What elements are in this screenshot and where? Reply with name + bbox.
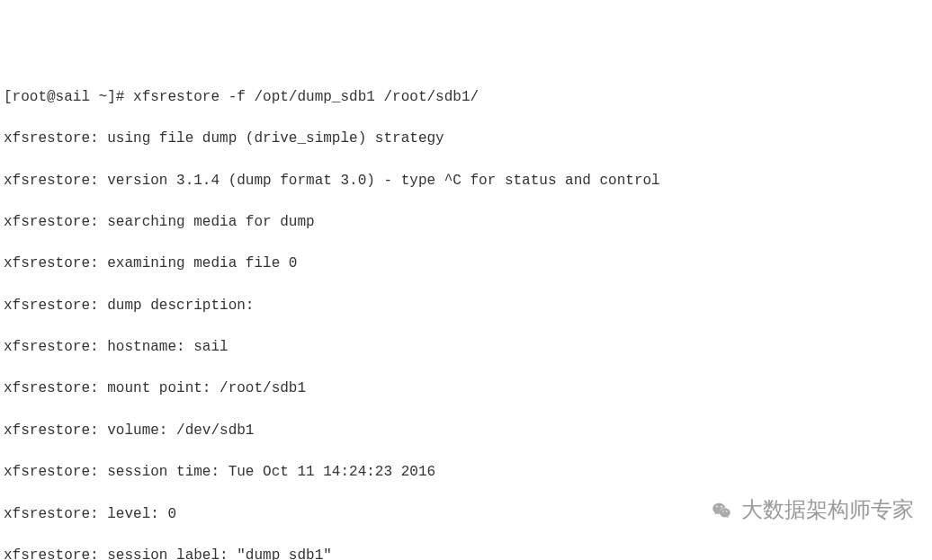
output-line: xfsrestore: version 3.1.4 (dump format 3… [4,171,928,191]
output-line: xfsrestore: searching media for dump [4,212,928,233]
output-line: xfsrestore: examining media file 0 [4,253,928,274]
output-line: xfsrestore: session label: "dump_sdb1" [4,546,928,560]
output-line: xfsrestore: hostname: sail [4,337,928,358]
output-line: xfsrestore: using file dump (drive_simpl… [4,129,928,149]
watermark-text: 大数据架构师专家 [741,494,914,526]
output-line: xfsrestore: volume: /dev/sdb1 [4,421,928,441]
wechat-icon [711,500,732,521]
output-line: xfsrestore: mount point: /root/sdb1 [4,378,928,399]
command-prompt-line: [root@sail ~]# xfsrestore -f /opt/dump_s… [4,87,928,108]
watermark: 大数据架构师专家 [711,494,914,526]
output-line: xfsrestore: dump description: [4,296,928,316]
output-line: xfsrestore: session time: Tue Oct 11 14:… [4,462,928,483]
